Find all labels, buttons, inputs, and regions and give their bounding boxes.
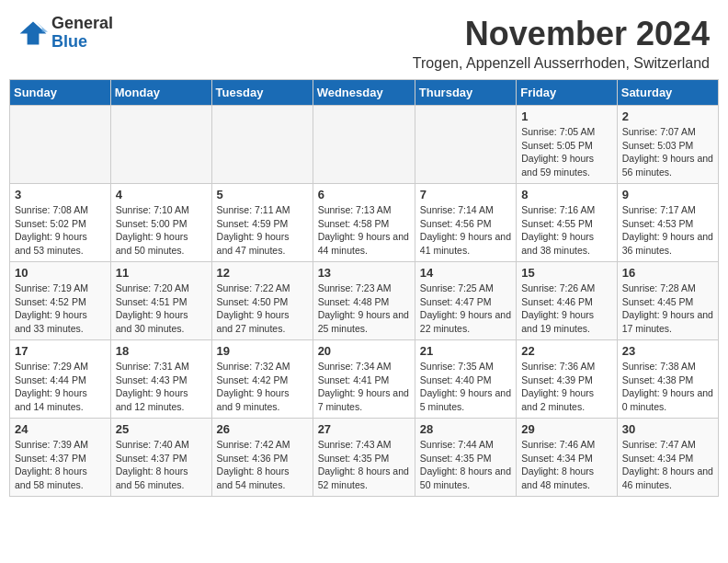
day-number: 14 bbox=[420, 266, 511, 280]
calendar-cell: 17Sunrise: 7:29 AM Sunset: 4:44 PM Dayli… bbox=[10, 340, 111, 419]
calendar-cell: 23Sunrise: 7:38 AM Sunset: 4:38 PM Dayli… bbox=[617, 340, 718, 419]
calendar-cell: 18Sunrise: 7:31 AM Sunset: 4:43 PM Dayli… bbox=[110, 340, 211, 419]
calendar-cell: 9Sunrise: 7:17 AM Sunset: 4:53 PM Daylig… bbox=[617, 184, 718, 262]
day-info: Sunrise: 7:19 AM Sunset: 4:52 PM Dayligh… bbox=[15, 282, 106, 336]
calendar-header-sunday: Sunday bbox=[10, 80, 111, 106]
calendar-week-row-1: 1Sunrise: 7:05 AM Sunset: 5:05 PM Daylig… bbox=[10, 106, 719, 184]
calendar-cell: 12Sunrise: 7:22 AM Sunset: 4:50 PM Dayli… bbox=[211, 262, 313, 340]
day-info: Sunrise: 7:28 AM Sunset: 4:45 PM Dayligh… bbox=[622, 282, 713, 336]
calendar-cell: 21Sunrise: 7:35 AM Sunset: 4:40 PM Dayli… bbox=[415, 340, 516, 419]
day-number: 8 bbox=[521, 188, 612, 201]
day-info: Sunrise: 7:22 AM Sunset: 4:50 PM Dayligh… bbox=[217, 282, 308, 336]
day-info: Sunrise: 7:31 AM Sunset: 4:43 PM Dayligh… bbox=[116, 360, 207, 414]
day-info: Sunrise: 7:35 AM Sunset: 4:40 PM Dayligh… bbox=[420, 360, 511, 414]
day-info: Sunrise: 7:05 AM Sunset: 5:05 PM Dayligh… bbox=[521, 125, 612, 179]
day-info: Sunrise: 7:16 AM Sunset: 4:55 PM Dayligh… bbox=[521, 203, 612, 258]
calendar-cell: 14Sunrise: 7:25 AM Sunset: 4:47 PM Dayli… bbox=[415, 262, 516, 340]
day-info: Sunrise: 7:20 AM Sunset: 4:51 PM Dayligh… bbox=[116, 282, 207, 336]
day-number: 11 bbox=[116, 266, 207, 280]
logo-general-text: General bbox=[51, 15, 113, 33]
calendar-cell: 13Sunrise: 7:23 AM Sunset: 4:48 PM Dayli… bbox=[313, 262, 415, 340]
day-number: 3 bbox=[15, 188, 106, 201]
calendar-week-row-5: 24Sunrise: 7:39 AM Sunset: 4:37 PM Dayli… bbox=[10, 419, 719, 497]
logo: General Blue bbox=[18, 15, 113, 52]
calendar-cell: 26Sunrise: 7:42 AM Sunset: 4:36 PM Dayli… bbox=[211, 419, 313, 497]
day-number: 24 bbox=[15, 422, 106, 436]
logo-icon bbox=[18, 20, 48, 46]
day-number: 5 bbox=[217, 188, 308, 201]
day-number: 10 bbox=[15, 266, 106, 280]
day-info: Sunrise: 7:23 AM Sunset: 4:48 PM Dayligh… bbox=[318, 282, 410, 336]
day-info: Sunrise: 7:40 AM Sunset: 4:37 PM Dayligh… bbox=[116, 438, 207, 492]
calendar-cell: 24Sunrise: 7:39 AM Sunset: 4:37 PM Dayli… bbox=[10, 419, 111, 497]
day-number: 15 bbox=[521, 266, 612, 280]
day-info: Sunrise: 7:11 AM Sunset: 4:59 PM Dayligh… bbox=[217, 203, 308, 258]
day-number: 18 bbox=[116, 344, 207, 358]
title-block: November 2024 Trogen, Appenzell Ausserrh… bbox=[413, 15, 710, 72]
day-number: 22 bbox=[521, 344, 612, 358]
day-info: Sunrise: 7:08 AM Sunset: 5:02 PM Dayligh… bbox=[15, 203, 106, 258]
day-info: Sunrise: 7:29 AM Sunset: 4:44 PM Dayligh… bbox=[15, 360, 106, 414]
day-number: 7 bbox=[420, 188, 511, 201]
day-info: Sunrise: 7:46 AM Sunset: 4:34 PM Dayligh… bbox=[521, 438, 612, 492]
day-info: Sunrise: 7:44 AM Sunset: 4:35 PM Dayligh… bbox=[420, 438, 511, 492]
month-title: November 2024 bbox=[413, 15, 710, 53]
day-info: Sunrise: 7:34 AM Sunset: 4:41 PM Dayligh… bbox=[318, 360, 410, 414]
day-number: 13 bbox=[318, 266, 410, 280]
day-info: Sunrise: 7:47 AM Sunset: 4:34 PM Dayligh… bbox=[622, 438, 713, 492]
calendar-cell: 11Sunrise: 7:20 AM Sunset: 4:51 PM Dayli… bbox=[110, 262, 211, 340]
day-number: 25 bbox=[116, 422, 207, 436]
calendar-cell: 5Sunrise: 7:11 AM Sunset: 4:59 PM Daylig… bbox=[211, 184, 313, 262]
day-info: Sunrise: 7:26 AM Sunset: 4:46 PM Dayligh… bbox=[521, 282, 612, 336]
calendar-cell: 7Sunrise: 7:14 AM Sunset: 4:56 PM Daylig… bbox=[415, 184, 516, 262]
calendar-cell: 8Sunrise: 7:16 AM Sunset: 4:55 PM Daylig… bbox=[517, 184, 618, 262]
calendar-cell: 28Sunrise: 7:44 AM Sunset: 4:35 PM Dayli… bbox=[415, 419, 516, 497]
day-number: 26 bbox=[217, 422, 308, 436]
day-number: 1 bbox=[521, 109, 612, 123]
calendar-table: SundayMondayTuesdayWednesdayThursdayFrid… bbox=[9, 79, 719, 497]
calendar-cell: 19Sunrise: 7:32 AM Sunset: 4:42 PM Dayli… bbox=[211, 340, 313, 419]
calendar-cell bbox=[10, 106, 111, 184]
calendar-week-row-2: 3Sunrise: 7:08 AM Sunset: 5:02 PM Daylig… bbox=[10, 184, 719, 262]
calendar-header-saturday: Saturday bbox=[617, 80, 718, 106]
day-number: 16 bbox=[622, 266, 713, 280]
day-info: Sunrise: 7:17 AM Sunset: 4:53 PM Dayligh… bbox=[622, 203, 713, 258]
day-number: 28 bbox=[420, 422, 511, 436]
day-number: 4 bbox=[116, 188, 207, 201]
day-info: Sunrise: 7:13 AM Sunset: 4:58 PM Dayligh… bbox=[318, 203, 410, 258]
page-header: General Blue November 2024 Trogen, Appen… bbox=[0, 0, 728, 79]
calendar-cell bbox=[110, 106, 211, 184]
day-info: Sunrise: 7:25 AM Sunset: 4:47 PM Dayligh… bbox=[420, 282, 511, 336]
calendar-cell: 10Sunrise: 7:19 AM Sunset: 4:52 PM Dayli… bbox=[10, 262, 111, 340]
day-info: Sunrise: 7:43 AM Sunset: 4:35 PM Dayligh… bbox=[318, 438, 410, 492]
calendar-cell: 6Sunrise: 7:13 AM Sunset: 4:58 PM Daylig… bbox=[313, 184, 415, 262]
calendar-cell: 22Sunrise: 7:36 AM Sunset: 4:39 PM Dayli… bbox=[517, 340, 618, 419]
calendar-cell: 25Sunrise: 7:40 AM Sunset: 4:37 PM Dayli… bbox=[110, 419, 211, 497]
day-number: 27 bbox=[318, 422, 410, 436]
logo-blue-text: Blue bbox=[51, 33, 113, 52]
calendar-cell: 1Sunrise: 7:05 AM Sunset: 5:05 PM Daylig… bbox=[517, 106, 618, 184]
day-info: Sunrise: 7:39 AM Sunset: 4:37 PM Dayligh… bbox=[15, 438, 106, 492]
calendar-cell bbox=[415, 106, 516, 184]
calendar-header-thursday: Thursday bbox=[415, 80, 516, 106]
day-info: Sunrise: 7:14 AM Sunset: 4:56 PM Dayligh… bbox=[420, 203, 511, 258]
calendar-cell: 20Sunrise: 7:34 AM Sunset: 4:41 PM Dayli… bbox=[313, 340, 415, 419]
day-number: 6 bbox=[318, 188, 410, 201]
day-number: 12 bbox=[217, 266, 308, 280]
day-info: Sunrise: 7:38 AM Sunset: 4:38 PM Dayligh… bbox=[622, 360, 713, 414]
calendar-wrapper: SundayMondayTuesdayWednesdayThursdayFrid… bbox=[0, 79, 728, 506]
day-number: 29 bbox=[521, 422, 612, 436]
day-info: Sunrise: 7:10 AM Sunset: 5:00 PM Dayligh… bbox=[116, 203, 207, 258]
calendar-cell: 16Sunrise: 7:28 AM Sunset: 4:45 PM Dayli… bbox=[617, 262, 718, 340]
day-info: Sunrise: 7:42 AM Sunset: 4:36 PM Dayligh… bbox=[217, 438, 308, 492]
calendar-cell: 4Sunrise: 7:10 AM Sunset: 5:00 PM Daylig… bbox=[110, 184, 211, 262]
calendar-header-friday: Friday bbox=[517, 80, 618, 106]
calendar-cell: 2Sunrise: 7:07 AM Sunset: 5:03 PM Daylig… bbox=[617, 106, 718, 184]
location: Trogen, Appenzell Ausserrhoden, Switzerl… bbox=[413, 55, 710, 72]
day-number: 2 bbox=[622, 109, 713, 123]
day-info: Sunrise: 7:32 AM Sunset: 4:42 PM Dayligh… bbox=[217, 360, 308, 414]
calendar-week-row-3: 10Sunrise: 7:19 AM Sunset: 4:52 PM Dayli… bbox=[10, 262, 719, 340]
day-number: 19 bbox=[217, 344, 308, 358]
calendar-cell: 27Sunrise: 7:43 AM Sunset: 4:35 PM Dayli… bbox=[313, 419, 415, 497]
day-number: 9 bbox=[622, 188, 713, 201]
